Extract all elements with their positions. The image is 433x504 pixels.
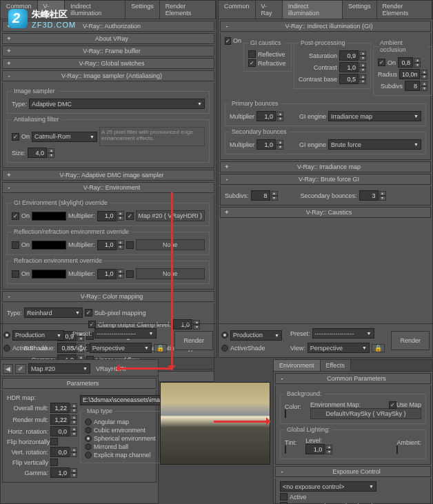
sec-mult[interactable]: ▴▾ bbox=[256, 139, 283, 150]
gi-env-map-button[interactable]: Map #20 ( VRayHDRI ) bbox=[136, 210, 205, 221]
cont-spinner[interactable]: ▴▾ bbox=[339, 62, 366, 72]
aa-on-checkbox[interactable] bbox=[12, 133, 19, 141]
gi-env-color[interactable] bbox=[32, 212, 66, 221]
refr-env-map-button[interactable]: None bbox=[136, 268, 205, 279]
cbase-spinner[interactable]: ▴▾ bbox=[339, 74, 366, 84]
tab-render-elements[interactable]: Render Elements bbox=[160, 1, 216, 19]
gi-env-on[interactable] bbox=[12, 212, 19, 220]
mt-exp[interactable] bbox=[85, 452, 92, 458]
ao-spinner[interactable]: ▴▾ bbox=[398, 57, 421, 68]
rollout-bf[interactable]: -V-Ray:: Brute force GI bbox=[220, 174, 431, 185]
view-dropdown[interactable]: Perspective bbox=[90, 343, 152, 353]
cmap-type-dropdown[interactable]: Reinhard bbox=[24, 308, 83, 318]
rollout-caustics[interactable]: +V-Ray:: Caustics bbox=[220, 207, 431, 218]
rollout-about[interactable]: +About VRay bbox=[2, 33, 214, 44]
legend-aa: Antialiasing filter bbox=[12, 116, 61, 123]
mt-cub[interactable] bbox=[85, 427, 92, 434]
tab-indirect-r[interactable]: Indirect illumination bbox=[283, 1, 343, 19]
hdr-path[interactable] bbox=[80, 395, 163, 405]
map-name-dropdown[interactable]: Map #20 bbox=[28, 363, 90, 374]
prim-engine[interactable]: Irradiance map bbox=[328, 111, 421, 121]
om-spinner[interactable]: ▴▾ bbox=[50, 403, 77, 413]
mt-sph[interactable] bbox=[85, 435, 92, 442]
eyedropper-icon[interactable]: ✐ bbox=[15, 364, 26, 374]
exposure-dropdown[interactable]: <no exposure control> bbox=[280, 481, 376, 492]
refr-env-color[interactable] bbox=[32, 270, 66, 279]
ambient-color[interactable] bbox=[396, 445, 398, 454]
fv-chk[interactable] bbox=[50, 458, 58, 466]
sampler-type-label: Type: bbox=[12, 101, 27, 108]
sub-spinner[interactable]: ▴▾ bbox=[405, 81, 427, 91]
refr-env-map-chk[interactable] bbox=[126, 270, 134, 278]
refr-chk[interactable] bbox=[248, 59, 256, 67]
shade-radio-r[interactable] bbox=[221, 345, 228, 352]
envmap-button[interactable]: DefaultVRaySky ( VRaySky ) bbox=[310, 408, 421, 419]
rollout-color[interactable]: -V-Ray:: Color mapping bbox=[2, 291, 214, 302]
rollout-env[interactable]: -V-Ray:: Environment bbox=[2, 182, 214, 193]
prim-mult[interactable]: ▴▾ bbox=[256, 111, 283, 121]
subpx-chk[interactable] bbox=[85, 309, 92, 316]
refl-chk[interactable] bbox=[248, 50, 256, 58]
gi-on[interactable] bbox=[225, 37, 231, 45]
rad-spinner[interactable]: ▴▾ bbox=[399, 69, 427, 79]
rollout-params[interactable]: Parameters bbox=[2, 378, 157, 389]
bf-bounce[interactable]: ▴▾ bbox=[359, 190, 386, 201]
sat-spinner[interactable]: ▴▾ bbox=[339, 50, 366, 61]
refl-env-map-chk[interactable] bbox=[126, 241, 134, 249]
prod-dropdown[interactable]: Production bbox=[12, 330, 64, 341]
rollout-common[interactable]: -Common Parameters bbox=[275, 373, 431, 384]
usemap-chk[interactable] bbox=[389, 401, 396, 409]
tab-vray-r[interactable]: V-Ray bbox=[256, 1, 283, 19]
refr-env-on[interactable] bbox=[12, 270, 19, 278]
prod-radio[interactable] bbox=[3, 332, 10, 339]
tab-settings-r[interactable]: Settings bbox=[343, 1, 377, 19]
hr-spinner[interactable]: ▴▾ bbox=[50, 426, 77, 436]
active-chk[interactable] bbox=[280, 493, 288, 501]
refl-env-mult[interactable]: ▴▾ bbox=[97, 240, 124, 250]
refr-env-mult[interactable]: ▴▾ bbox=[97, 269, 124, 279]
bf-sub[interactable]: ▴▾ bbox=[251, 190, 278, 201]
preset-dropdown-r[interactable]: ------------------- bbox=[312, 328, 374, 339]
ao-on[interactable] bbox=[378, 59, 385, 66]
nav-back-icon[interactable]: ◀ bbox=[3, 364, 13, 374]
sec-engine[interactable]: Brute force bbox=[328, 139, 421, 150]
gi-env-map-chk[interactable] bbox=[126, 212, 134, 220]
rollout-gi[interactable]: -V-Ray:: Indirect illumination (GI) bbox=[220, 21, 431, 32]
aa-filter-dropdown[interactable]: Catmull-Rom bbox=[32, 132, 97, 142]
prod-radio-r[interactable] bbox=[221, 332, 228, 339]
mt-ang[interactable] bbox=[85, 419, 92, 425]
refl-env-color[interactable] bbox=[32, 241, 66, 250]
aa-size-spinner[interactable]: ▴▾ bbox=[28, 148, 54, 158]
rollout-irr[interactable]: +V-Ray:: Irradiance map bbox=[220, 161, 431, 172]
tab-env[interactable]: Environment bbox=[274, 360, 321, 371]
tab-eff[interactable]: Effects bbox=[321, 360, 351, 371]
lock-icon[interactable]: 🔒 bbox=[154, 344, 167, 352]
bg-color[interactable] bbox=[285, 410, 286, 418]
rollout-frame[interactable]: +V-Ray:: Frame buffer bbox=[2, 46, 214, 57]
level-spinner[interactable]: ▴▾ bbox=[305, 444, 332, 454]
vr-spinner[interactable]: ▴▾ bbox=[50, 447, 77, 457]
mt-mir[interactable] bbox=[85, 443, 92, 450]
refl-env-on[interactable] bbox=[12, 241, 19, 249]
shade-radio[interactable] bbox=[3, 345, 10, 352]
rm-spinner[interactable]: ▴▾ bbox=[50, 414, 77, 425]
tint-color[interactable] bbox=[285, 445, 286, 454]
rollout-global[interactable]: +V-Ray:: Global switches bbox=[2, 58, 214, 69]
rollout-exposure[interactable]: -Exposure Control bbox=[275, 466, 431, 477]
g-spinner[interactable]: ▴▾ bbox=[50, 467, 77, 478]
rollout-adaptive[interactable]: +V-Ray:: Adaptive DMC image sampler bbox=[2, 170, 214, 181]
fh-chk[interactable] bbox=[50, 438, 58, 445]
sampler-type-dropdown[interactable]: Adaptive DMC bbox=[29, 99, 205, 109]
refl-env-map-button[interactable]: None bbox=[136, 239, 205, 250]
view-dropdown-r[interactable]: Perspective bbox=[308, 343, 370, 353]
lock-icon-r[interactable]: 🔒 bbox=[372, 344, 385, 352]
gi-env-mult[interactable]: ▴▾ bbox=[97, 211, 124, 221]
render-button[interactable]: Render bbox=[174, 331, 213, 350]
tab-settings[interactable]: Settings bbox=[125, 1, 160, 19]
render-button-r[interactable]: Render bbox=[391, 331, 430, 350]
rollout-sampler[interactable]: -V-Ray:: Image sampler (Antialiasing) bbox=[2, 70, 214, 81]
prod-dropdown-r[interactable]: Production bbox=[230, 330, 282, 341]
tab-render-elements-r[interactable]: Render Elements bbox=[377, 1, 432, 19]
preset-dropdown[interactable]: ------------------- bbox=[94, 328, 157, 339]
tab-common-r[interactable]: Common bbox=[219, 1, 256, 19]
